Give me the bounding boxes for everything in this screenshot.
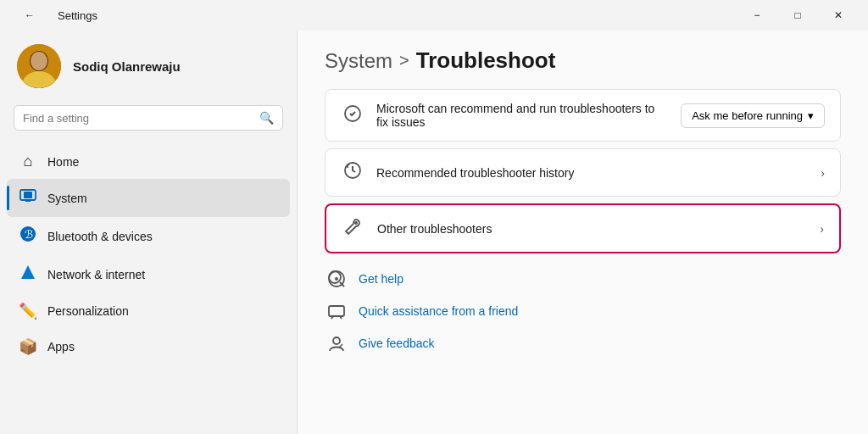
- quick-assistance-link[interactable]: Quick assistance from a friend: [325, 299, 841, 323]
- other-card-chevron: ›: [820, 222, 824, 236]
- sidebar-item-personalization[interactable]: ✏️ Personalization: [7, 293, 290, 329]
- top-card-description: Microsoft can recommend and run troubles…: [376, 102, 669, 129]
- sidebar-item-label: Apps: [47, 340, 75, 353]
- sidebar-item-network[interactable]: Network & internet: [7, 255, 290, 293]
- home-icon: ⌂: [19, 153, 37, 170]
- get-help-link[interactable]: Get help: [325, 267, 841, 291]
- svg-point-4: [31, 52, 47, 70]
- window-controls: − □ ✕: [737, 3, 858, 27]
- sidebar-item-label: Home: [47, 155, 79, 169]
- back-button[interactable]: ←: [10, 3, 49, 27]
- svg-point-21: [333, 337, 340, 344]
- sidebar-item-home[interactable]: ⌂ Home: [7, 144, 290, 179]
- sidebar-item-bluetooth[interactable]: ℬ Bluetooth & devices: [7, 217, 290, 255]
- history-card-label: Recommended troubleshooter history: [376, 166, 809, 180]
- sidebar: Sodiq Olanrewaju 🔍 ⌂ Home Syst: [0, 31, 297, 434]
- troubleshooter-dropdown[interactable]: Ask me before running ▾: [681, 103, 825, 128]
- maximize-button[interactable]: □: [778, 3, 817, 27]
- main-content: System > Troubleshoot Microsoft can reco…: [298, 31, 868, 434]
- give-feedback-icon: [325, 331, 348, 355]
- sidebar-item-label: Network & internet: [47, 268, 145, 281]
- dropdown-label: Ask me before running: [692, 109, 803, 122]
- get-help-icon: [325, 267, 348, 291]
- apps-icon: 📦: [19, 337, 37, 356]
- app-title: Settings: [58, 9, 97, 22]
- history-card-row[interactable]: Recommended troubleshooter history ›: [326, 149, 840, 196]
- search-box[interactable]: 🔍: [14, 105, 283, 131]
- svg-marker-10: [21, 265, 35, 279]
- quick-assistance-icon: [325, 299, 348, 323]
- other-card-label: Other troubleshooters: [377, 222, 808, 236]
- help-links: Get help Quick assistance from a friend: [325, 267, 841, 355]
- sidebar-item-label: System: [47, 192, 87, 205]
- bluetooth-icon: ℬ: [19, 225, 37, 247]
- breadcrumb-separator: >: [399, 51, 409, 70]
- minimize-button[interactable]: −: [737, 3, 776, 27]
- dropdown-arrow-icon: ▾: [808, 109, 814, 122]
- svg-point-17: [335, 277, 338, 281]
- svg-rect-7: [25, 200, 31, 202]
- avatar: [17, 44, 61, 88]
- top-card-text-wrap: Microsoft can recommend and run troubles…: [376, 102, 669, 129]
- search-input[interactable]: [23, 112, 253, 125]
- svg-line-22: [339, 344, 342, 348]
- other-card-row[interactable]: Other troubleshooters ›: [326, 205, 839, 252]
- give-feedback-link[interactable]: Give feedback: [325, 331, 841, 355]
- title-bar-left: ← Settings: [10, 3, 97, 27]
- history-icon: [341, 161, 364, 184]
- get-help-label[interactable]: Get help: [359, 272, 403, 286]
- personalization-icon: ✏️: [19, 302, 37, 320]
- top-card: Microsoft can recommend and run troubles…: [325, 89, 841, 142]
- troubleshooter-run-icon: [341, 104, 364, 127]
- top-card-row: Microsoft can recommend and run troubles…: [326, 90, 840, 141]
- give-feedback-label[interactable]: Give feedback: [359, 337, 435, 350]
- other-troubleshooters-card[interactable]: Other troubleshooters ›: [325, 203, 841, 253]
- wrench-icon: [342, 217, 365, 240]
- close-button[interactable]: ✕: [819, 3, 858, 27]
- nav-list: ⌂ Home System ℬ: [0, 141, 297, 368]
- avatar-image: [17, 44, 61, 88]
- user-section: Sodiq Olanrewaju: [0, 31, 297, 102]
- quick-assistance-label[interactable]: Quick assistance from a friend: [359, 304, 518, 318]
- breadcrumb: System > Troubleshoot: [325, 47, 841, 74]
- sidebar-item-label: Bluetooth & devices: [47, 230, 153, 243]
- title-bar: ← Settings − □ ✕: [0, 0, 868, 31]
- network-icon: [19, 264, 37, 285]
- sidebar-item-apps[interactable]: 📦 Apps: [7, 329, 290, 364]
- avatar-svg: [17, 44, 61, 88]
- svg-point-15: [329, 271, 341, 283]
- history-card[interactable]: Recommended troubleshooter history ›: [325, 148, 841, 197]
- user-name: Sodiq Olanrewaju: [73, 59, 181, 74]
- sidebar-item-label: Personalization: [47, 304, 129, 318]
- svg-rect-18: [329, 306, 344, 316]
- svg-rect-6: [24, 192, 32, 198]
- search-icon: 🔍: [259, 111, 274, 125]
- system-icon: [19, 187, 37, 209]
- svg-point-13: [354, 221, 358, 225]
- history-card-chevron: ›: [821, 166, 825, 180]
- svg-text:ℬ: ℬ: [25, 228, 33, 241]
- breadcrumb-parent: System: [325, 49, 392, 73]
- sidebar-item-system[interactable]: System: [7, 179, 290, 217]
- app-body: Sodiq Olanrewaju 🔍 ⌂ Home Syst: [0, 31, 868, 434]
- breadcrumb-current: Troubleshoot: [416, 47, 556, 74]
